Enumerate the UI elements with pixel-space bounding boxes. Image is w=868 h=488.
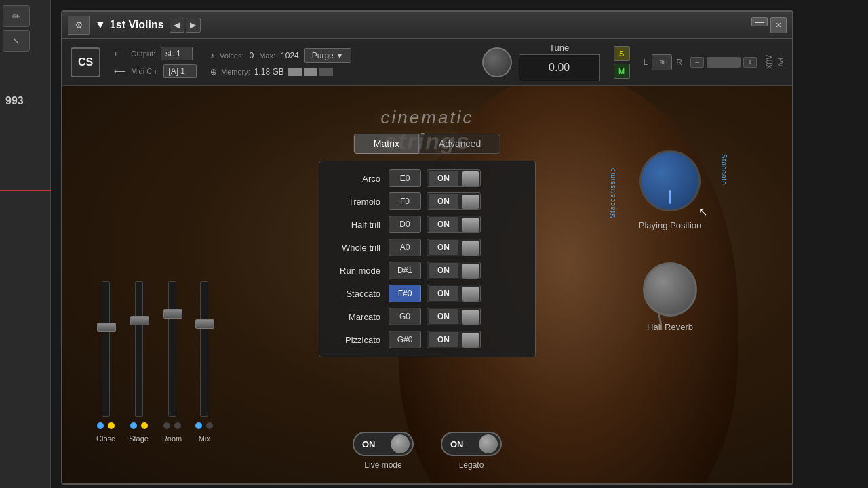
fader-track xyxy=(135,281,143,417)
level-minus-button[interactable]: − xyxy=(690,57,704,68)
playing-position-section: Staccatissimo Staccato ↖ Playing Positio… xyxy=(636,147,704,230)
on-off-toggle[interactable]: ON xyxy=(427,239,481,256)
close-icon: × xyxy=(776,20,781,30)
cursor-tool-btn[interactable]: ↖ xyxy=(3,30,30,52)
pp-text-left: Staccatissimo xyxy=(609,167,616,218)
fader-channel: Room xyxy=(162,281,182,443)
tune-display: 0.00 xyxy=(519,54,600,81)
on-off-toggle[interactable]: ON xyxy=(427,285,481,302)
output-dropdown[interactable]: st. 1 xyxy=(161,47,193,60)
settings-icon[interactable]: ⚙ xyxy=(68,16,90,35)
voices-section: ♪ Voices: 0 Max: 1024 Purge ▼ xyxy=(210,48,351,63)
on-off-toggle[interactable]: ON xyxy=(427,192,481,210)
voices-value: 0 xyxy=(250,51,254,60)
fader-dot-2 xyxy=(206,422,213,429)
fader-dot-2 xyxy=(174,422,181,429)
fader-dots xyxy=(97,422,115,429)
fader-handle[interactable] xyxy=(195,319,214,329)
matrix-row: Run modeD#1ON xyxy=(328,262,527,279)
eq-button[interactable]: ⊕ xyxy=(652,54,672,70)
key-button[interactable]: D0 xyxy=(389,216,421,233)
prev-arrow[interactable]: ◀ xyxy=(170,18,184,33)
instrument-dropdown[interactable]: ▼ 1st Violins xyxy=(95,19,164,31)
on-off-toggle[interactable]: ON xyxy=(427,262,481,279)
left-sidebar: ✏ ↖ 993 xyxy=(0,0,51,488)
tab-matrix[interactable]: Matrix xyxy=(354,134,419,154)
meter-bar-2 xyxy=(304,68,317,76)
tune-value: 0.00 xyxy=(549,62,570,74)
key-button[interactable]: D#1 xyxy=(389,262,421,279)
key-button[interactable]: F#0 xyxy=(389,285,421,302)
key-button[interactable]: A0 xyxy=(389,239,421,256)
articulation-label: Run mode xyxy=(328,266,389,276)
fader-track xyxy=(200,281,208,417)
next-arrow[interactable]: ▶ xyxy=(186,18,201,33)
fader-dot-1 xyxy=(97,422,104,429)
midi-field: ⟵ Midi Ch: [A] 1 xyxy=(114,64,197,78)
meter-group xyxy=(288,68,333,76)
fader-label: Mix xyxy=(199,434,210,443)
purge-button[interactable]: Purge ▼ xyxy=(304,48,351,63)
matrix-row: StaccatoF#0ON xyxy=(328,285,527,302)
hall-reverb-knob[interactable] xyxy=(643,262,697,317)
minimize-button[interactable]: — xyxy=(751,17,768,26)
legato-label: Legato xyxy=(459,460,484,470)
fader-handle[interactable] xyxy=(130,316,149,325)
pv-label: PV xyxy=(776,58,784,66)
tune-section: Tune 0.00 S M L ⊕ R − + AUX xyxy=(482,43,784,81)
key-button[interactable]: E0 xyxy=(389,169,421,187)
fader-dot-1 xyxy=(130,422,137,429)
matrix-row: Half trillD0ON xyxy=(328,216,527,233)
legato-container: ON Legato xyxy=(441,432,502,470)
matrix-row: TremoloF0ON xyxy=(328,192,527,210)
on-off-toggle[interactable]: ON xyxy=(427,216,481,233)
midi-value: [A] 1 xyxy=(168,66,185,76)
on-off-toggle[interactable]: ON xyxy=(427,169,481,187)
title-bar: ⚙ ▼ 1st Violins ◀ ▶ — × xyxy=(62,12,792,39)
fader-track xyxy=(168,281,176,417)
purge-arrow: ▼ xyxy=(336,51,344,60)
tab-advanced[interactable]: Advanced xyxy=(419,134,500,154)
articulation-label: Arco xyxy=(328,174,389,184)
live-mode-toggle[interactable]: ON xyxy=(353,432,414,456)
key-button[interactable]: G#0 xyxy=(389,331,421,348)
faders-section: CloseStageRoomMix xyxy=(96,281,213,443)
fader-label: Stage xyxy=(129,434,149,443)
pencil-tool-btn[interactable]: ✏ xyxy=(3,5,30,27)
level-controls: − + xyxy=(686,57,761,68)
l-label: L xyxy=(644,58,648,67)
tabs-container: Matrix Advanced xyxy=(354,134,500,154)
purge-label: Purge xyxy=(312,51,334,60)
output-value: st. 1 xyxy=(165,49,181,58)
matrix-row: Whole trillA0ON xyxy=(328,239,527,256)
matrix-row: ArcoE0ON xyxy=(328,169,527,187)
s-button[interactable]: S xyxy=(614,46,630,61)
midi-dropdown[interactable]: [A] 1 xyxy=(163,64,197,78)
playing-position-knob[interactable] xyxy=(639,150,701,211)
cs-badge: CS xyxy=(71,47,100,77)
on-off-toggle[interactable]: ON xyxy=(427,331,481,348)
dropdown-arrow-icon: ▼ xyxy=(95,19,106,31)
memory-value: 1.18 GB xyxy=(254,67,284,77)
m-button[interactable]: M xyxy=(614,64,630,79)
max-label: Max: xyxy=(259,52,275,60)
level-display xyxy=(707,57,741,68)
cursor-icon: ↖ xyxy=(698,205,707,218)
midi-label: Midi Ch: xyxy=(131,67,158,75)
live-mode-thumb xyxy=(391,434,410,453)
fader-handle[interactable] xyxy=(163,309,182,319)
key-button[interactable]: G0 xyxy=(389,308,421,325)
matrix-row: MarcatoG0ON xyxy=(328,308,527,325)
voices-icon: ♪ xyxy=(210,51,214,60)
articulation-label: Half trill xyxy=(328,220,389,230)
on-off-toggle[interactable]: ON xyxy=(427,308,481,325)
tune-knob[interactable] xyxy=(482,47,512,77)
key-button[interactable]: F0 xyxy=(389,192,421,210)
fader-handle[interactable] xyxy=(97,323,116,332)
close-button[interactable]: × xyxy=(770,17,787,33)
level-plus-button[interactable]: + xyxy=(743,57,757,68)
matrix-panel: ArcoE0ONTremoloF0ONHalf trillD0ONWhole t… xyxy=(319,161,536,357)
legato-toggle[interactable]: ON xyxy=(441,432,502,456)
meter-bar-3 xyxy=(319,68,333,76)
nav-arrows: ◀ ▶ xyxy=(170,18,201,33)
